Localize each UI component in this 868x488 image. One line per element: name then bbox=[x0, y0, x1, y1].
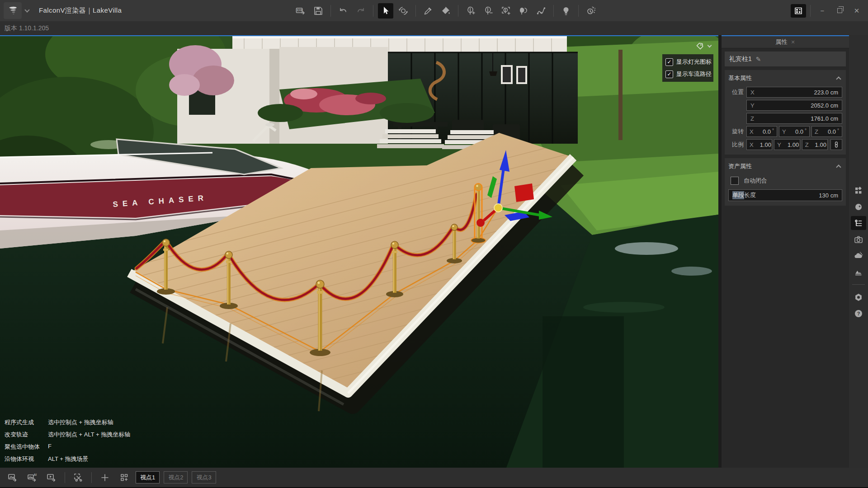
show-light-icons-checkbox[interactable]: ✓ bbox=[665, 58, 673, 66]
rotation-z-field[interactable]: Z 0.0 ° bbox=[811, 126, 842, 137]
layout-panels-button[interactable] bbox=[791, 4, 806, 18]
paint-bucket-tool-button[interactable] bbox=[438, 3, 453, 19]
title-bar: FalconV渲染器｜LakeVilla EXE bbox=[0, 0, 868, 21]
viewport-3d[interactable]: SEA CHASER bbox=[0, 35, 718, 468]
minimize-button[interactable]: − bbox=[815, 4, 830, 18]
toolbar-separator bbox=[415, 5, 416, 17]
auto-close-checkbox[interactable] bbox=[731, 177, 739, 185]
eyedropper-tool-button[interactable] bbox=[420, 3, 436, 19]
position-z-field[interactable]: Z 1761.0 cm bbox=[746, 113, 842, 124]
asset-properties-header[interactable]: 资产属性 bbox=[728, 160, 842, 173]
vegetation-brush-tool-button[interactable] bbox=[516, 3, 531, 19]
render-ai-image-button[interactable]: AI bbox=[24, 470, 40, 485]
auto-close-row[interactable]: 自动闭合 bbox=[728, 177, 842, 185]
material-sphere-button[interactable] bbox=[851, 200, 866, 214]
uniform-scale-link-button[interactable] bbox=[830, 139, 842, 150]
toolbar-separator bbox=[810, 5, 811, 17]
viewport-clip-button[interactable] bbox=[70, 470, 86, 485]
close-button[interactable]: ✕ bbox=[849, 4, 864, 18]
collapse-chevron-icon[interactable] bbox=[836, 76, 841, 81]
gizmo-center-point[interactable] bbox=[494, 204, 502, 212]
rotation-y-field[interactable]: Y 0.0 ° bbox=[779, 126, 810, 137]
save-button[interactable] bbox=[311, 3, 326, 19]
segment-length-value: 130 cm bbox=[819, 192, 838, 199]
toolbar-separator bbox=[330, 5, 331, 17]
hint-action: 程序式生成 bbox=[5, 418, 48, 427]
position-z-value: 1761.0 cm bbox=[811, 115, 838, 122]
collapse-chevron-icon[interactable] bbox=[836, 164, 841, 169]
position-y-field[interactable]: Y 2052.0 cm bbox=[746, 100, 842, 111]
show-traffic-path-row[interactable]: ✓ 显示车流路径 bbox=[665, 70, 710, 78]
rotation-y-value: 0.0 bbox=[795, 128, 803, 135]
logo-chevron-down-icon[interactable] bbox=[24, 7, 29, 12]
light-tool-button[interactable] bbox=[558, 3, 574, 19]
show-light-icons-row[interactable]: ✓ 显示灯光图标 bbox=[665, 58, 710, 66]
position-label: 位置 bbox=[728, 88, 744, 96]
position-x-value: 223.0 cm bbox=[814, 89, 838, 96]
viewpoint-tab-3[interactable]: 视点3 bbox=[192, 471, 216, 483]
toolbar-separator bbox=[578, 5, 579, 17]
vegetation-add-tool-button[interactable] bbox=[463, 3, 478, 19]
undo-button[interactable] bbox=[335, 3, 351, 19]
version-label: 版本 1.10.1.205 bbox=[5, 24, 49, 33]
properties-tab-bar[interactable]: 属性 ✕ bbox=[722, 36, 849, 48]
scale-row: 比例 X 1.00 Y 1.00 Z bbox=[728, 139, 842, 150]
help-button[interactable]: ? bbox=[851, 306, 866, 320]
gizmo-x-handle-ball[interactable] bbox=[476, 219, 485, 227]
render-video-button[interactable] bbox=[43, 470, 60, 485]
properties-body: 礼宾柱1 ✎ 基本属性 位置 X 223.0 cm bbox=[722, 48, 849, 468]
tornado-logo-icon bbox=[7, 5, 19, 17]
viewport-display-menu[interactable] bbox=[695, 42, 711, 51]
axis-label: Z bbox=[750, 115, 754, 122]
basic-properties-header[interactable]: 基本属性 bbox=[728, 72, 842, 84]
position-x-field[interactable]: X 223.0 cm bbox=[746, 87, 842, 98]
segment-length-field[interactable]: 单段 长度 130 cm bbox=[728, 189, 842, 201]
viewpoint-manager-button[interactable] bbox=[116, 470, 132, 485]
asset-library-button[interactable] bbox=[851, 183, 866, 197]
hint-action: 聚焦选中物体 bbox=[5, 443, 48, 451]
axis-label: X bbox=[750, 89, 755, 96]
hint-action: 改变轨迹 bbox=[5, 431, 48, 439]
svg-text:?: ? bbox=[857, 311, 860, 316]
restore-button[interactable] bbox=[832, 4, 847, 18]
terrain-button[interactable] bbox=[851, 265, 866, 279]
time-of-day-button[interactable] bbox=[583, 3, 599, 19]
gizmo-plane-xz-red[interactable] bbox=[514, 183, 534, 202]
scale-z-field[interactable]: Z 1.00 bbox=[802, 139, 828, 150]
viewpoint-tab-2[interactable]: 视点2 bbox=[164, 471, 188, 483]
spline-path-tool-button[interactable] bbox=[533, 3, 549, 19]
hint-keys: 选中控制点 + 拖拽坐标轴 bbox=[48, 418, 130, 427]
transform-gizmo-tool-button[interactable] bbox=[396, 3, 411, 19]
rotation-x-field[interactable]: X 0.0 ° bbox=[746, 126, 777, 137]
properties-tab-close-icon[interactable]: ✕ bbox=[791, 39, 795, 45]
camera-button[interactable] bbox=[851, 232, 866, 246]
add-viewpoint-button[interactable] bbox=[97, 470, 113, 485]
rename-icon[interactable]: ✎ bbox=[756, 56, 761, 63]
rotation-row: 旋转 X 0.0 ° Y 0.0 ° bbox=[728, 126, 842, 137]
axis-label: X bbox=[750, 128, 754, 135]
show-traffic-path-checkbox[interactable]: ✓ bbox=[665, 70, 673, 78]
settings-button[interactable] bbox=[851, 290, 866, 304]
scale-y-field[interactable]: Y 1.00 bbox=[774, 139, 800, 150]
vegetation-select-add-tool-button[interactable] bbox=[498, 3, 514, 19]
viewpoint-tab-1[interactable]: 视点1 bbox=[136, 471, 160, 483]
export-exe-button[interactable]: EXE bbox=[293, 3, 308, 19]
scene-outliner-button[interactable] bbox=[851, 216, 866, 230]
render-image-button[interactable] bbox=[5, 470, 21, 485]
environment-weather-button[interactable] bbox=[851, 249, 866, 263]
chevron-down-icon bbox=[708, 43, 712, 48]
asset-properties-section: 资产属性 自动闭合 单段 长度 130 cm bbox=[725, 158, 846, 206]
select-tool-button[interactable] bbox=[378, 3, 393, 19]
scale-y-value: 1.00 bbox=[788, 141, 799, 148]
toolbar-separator bbox=[553, 5, 554, 17]
scale-x-field[interactable]: X 1.00 bbox=[746, 139, 772, 150]
app-title: FalconV渲染器｜LakeVilla bbox=[39, 6, 122, 15]
vegetation-remove-tool-button[interactable] bbox=[481, 3, 496, 19]
basic-properties-section: 基本属性 位置 X 223.0 cm Y 2 bbox=[725, 70, 846, 155]
axis-label: X bbox=[750, 141, 754, 148]
rail-separator bbox=[852, 284, 865, 285]
redo-button[interactable] bbox=[353, 3, 368, 19]
auto-close-label: 自动闭合 bbox=[744, 177, 767, 185]
tag-icon bbox=[695, 42, 704, 51]
app-logo[interactable] bbox=[4, 2, 22, 19]
